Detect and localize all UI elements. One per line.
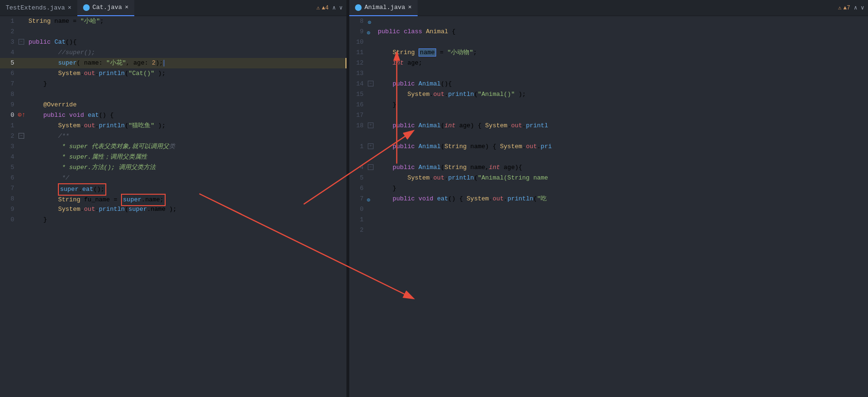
- code-line: [376, 225, 868, 236]
- gutter-cell: −: [17, 37, 27, 47]
- gutter-cell: −: [366, 162, 376, 173]
- line-number: 1: [0, 121, 17, 131]
- line-number: 3: [0, 142, 17, 152]
- line-number: 4: [0, 152, 17, 162]
- code-line: [376, 152, 868, 162]
- table-row: 16 }: [349, 100, 868, 110]
- gutter-cell: [17, 215, 27, 225]
- code-line: [376, 204, 868, 215]
- table-row: 1 String name = "小哈";: [0, 16, 346, 27]
- line-number: 1: [349, 215, 366, 225]
- right-pane-header-right: ⚠ ▲7 ∧ ∨: [838, 4, 864, 11]
- code-line: public void eat() {: [27, 110, 346, 121]
- fold-icon[interactable]: −: [19, 133, 24, 139]
- code-line: super.eat();: [27, 183, 346, 194]
- gutter-cell: [17, 121, 27, 131]
- gutter-cell: −: [366, 79, 376, 89]
- code-line: /**: [27, 131, 346, 142]
- gutter-cell: [17, 183, 27, 194]
- fold-icon[interactable]: +: [368, 123, 373, 128]
- close-icon[interactable]: ×: [125, 4, 129, 11]
- table-row: 1: [349, 215, 868, 225]
- code-line: */: [27, 173, 346, 183]
- nav-arrows[interactable]: ∧ ∨: [332, 4, 343, 11]
- gutter-cell: [366, 100, 376, 110]
- gutter-cell: [366, 204, 376, 215]
- table-row: 4 * super.属性；调用父类属性: [0, 152, 346, 162]
- fold-icon[interactable]: −: [368, 81, 373, 86]
- line-number: 11: [349, 47, 366, 58]
- gutter-cell: [17, 204, 27, 215]
- code-line: }: [27, 215, 346, 225]
- gutter-cell: [17, 68, 27, 79]
- line-number: 6: [0, 173, 17, 183]
- tab-animal[interactable]: Animal.java ×: [349, 0, 418, 16]
- table-row: 5 super( name: "小花", age: 2);: [0, 58, 346, 68]
- java-file-icon: [83, 4, 90, 11]
- fold-icon[interactable]: −: [368, 164, 373, 170]
- table-row: 8 String fu_name = super.name;: [0, 194, 346, 204]
- line-number: 6: [349, 183, 366, 194]
- code-line: * super.属性；调用父类属性: [27, 152, 346, 162]
- gutter-cell: [366, 225, 376, 236]
- table-row: 2: [0, 27, 346, 37]
- tab-testextends[interactable]: TestExtends.java ×: [0, 0, 77, 16]
- line-number: 0: [0, 215, 17, 225]
- code-line: public void eat() { System.out.println("…: [376, 194, 868, 204]
- code-line: }: [376, 183, 868, 194]
- code-line: public Animal(){: [376, 79, 868, 89]
- line-number: 4: [349, 162, 366, 173]
- gutter-cell: [17, 100, 27, 110]
- table-row: 10: [349, 37, 868, 47]
- table-row: 9 System.out.println(super.name );: [0, 204, 346, 215]
- line-number: 14: [349, 79, 366, 89]
- code-line: [376, 215, 868, 225]
- gutter-cell: ⊙: [366, 27, 376, 37]
- gutter-cell: [366, 58, 376, 68]
- nav-arrows[interactable]: ∧ ∨: [854, 4, 864, 11]
- left-code-area[interactable]: 1 String name = "小哈"; 2 3 −: [0, 16, 346, 397]
- gutter-cell: [366, 110, 376, 121]
- gutter-cell: [366, 215, 376, 225]
- gutter-cell: [366, 47, 376, 58]
- left-tab-bar: TestExtends.java × Cat.java × ⚠ ▲4 ∧ ∨: [0, 0, 346, 16]
- line-number: 2: [349, 225, 366, 236]
- gutter-cell: [366, 152, 376, 162]
- close-icon[interactable]: ×: [68, 4, 72, 11]
- warning-number: ▲7: [843, 5, 850, 11]
- gutter-cell: [366, 68, 376, 79]
- table-row: 9 ⊙ public class Animal {: [349, 27, 868, 37]
- table-row: 1 System.out.println("猫吃鱼" );: [0, 121, 346, 131]
- table-row: 1 + public Animal(String name) { System.…: [349, 142, 868, 152]
- table-row: 15 System.out.println("Animal()" );: [349, 89, 868, 100]
- fold-icon[interactable]: −: [19, 39, 24, 45]
- code-line: [27, 89, 346, 100]
- left-editor-pane: TestExtends.java × Cat.java × ⚠ ▲4 ∧ ∨: [0, 0, 346, 397]
- table-row: 0 }: [0, 215, 346, 225]
- fold-icon[interactable]: +: [368, 143, 373, 149]
- table-row: 2: [349, 225, 868, 236]
- code-line: [376, 68, 868, 79]
- tab-cat[interactable]: Cat.java ×: [77, 0, 134, 16]
- code-line: System.out.println("Animal(String name: [376, 173, 868, 183]
- table-row: 11 String name = "小动物";: [349, 47, 868, 58]
- close-icon[interactable]: ×: [408, 4, 412, 11]
- code-line: * super 代表父类对象,就可以调用父类: [27, 142, 346, 152]
- table-row: 6 }: [349, 183, 868, 194]
- gutter-cell: [17, 142, 27, 152]
- line-number: 3: [0, 37, 17, 47]
- code-line: [376, 110, 868, 121]
- code-line: [376, 131, 868, 142]
- gutter-cell: [17, 16, 27, 27]
- code-line: String name = "小哈";: [27, 16, 346, 27]
- line-number: 5: [0, 162, 17, 173]
- gutter-cell: [17, 194, 27, 204]
- code-line: [27, 27, 346, 37]
- line-number: 4: [0, 47, 17, 58]
- right-code-area[interactable]: 8 ⊙ 9 ⊙ public class Animal {: [349, 16, 868, 397]
- table-row: 13: [349, 68, 868, 79]
- table-row: 0: [349, 204, 868, 215]
- table-row: 3 * super 代表父类对象,就可以调用父类: [0, 142, 346, 152]
- code-line: public Animal(String name,int age){: [376, 162, 868, 173]
- table-row: 3 − public Cat(){: [0, 37, 346, 47]
